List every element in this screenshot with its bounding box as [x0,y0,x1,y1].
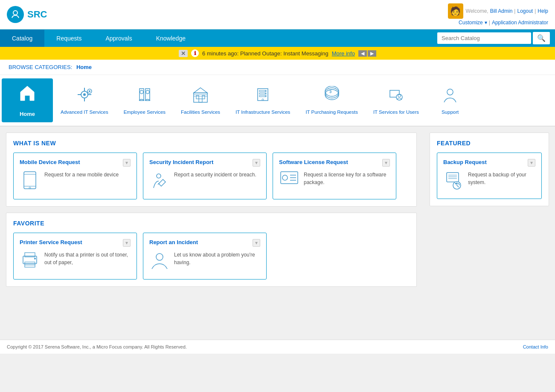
card-printer-title: Printer Service Request [20,239,82,245]
card-mobile-header: Mobile Device Request ▾ [20,159,131,167]
security-icon [149,171,170,193]
browse-label: BROWSE CATEGORIES: [9,64,72,70]
nav-tabs: Catalog Requests Approvals Knowledge [0,30,432,47]
category-facilities[interactable]: Facilities Services [173,82,228,119]
category-users[interactable]: IT Services for Users [366,82,427,119]
category-infrastructure-label: IT Infrastructure Services [235,110,290,115]
alert-icon: ℹ [191,49,199,57]
featured-card-backup[interactable]: Backup Request ▾ [437,153,542,199]
card-incident-dropdown[interactable]: ▾ [253,239,260,247]
svg-rect-50 [25,262,35,267]
browse-bar: BROWSE CATEGORIES: Home [0,60,555,75]
user-bottom-row: Customize ▾ | Application Administrator [459,20,548,26]
alert-bar: ✕ ℹ 6 minutes ago: Planned Outage: Insta… [0,47,555,60]
card-mobile-device[interactable]: Mobile Device Request ▾ Reques [13,153,137,199]
browse-home-link[interactable]: Home [76,64,92,70]
category-purchasing[interactable]: $ IT Purchasing Requests [298,82,366,119]
alert-next-button[interactable]: ▶ [368,50,376,57]
svg-point-25 [265,91,266,92]
svg-rect-48 [23,256,37,264]
card-security-dropdown[interactable]: ▾ [253,159,260,167]
alert-close-button[interactable]: ✕ [179,50,188,57]
nav-tab-catalog[interactable]: Catalog [0,30,44,47]
footer-copyright: Copyright © 2017 Serena Software, Inc., … [7,344,187,349]
category-advanced-it[interactable]: Advanced IT Services [53,82,116,119]
nav-tab-approvals[interactable]: Approvals [93,30,144,47]
featured-card-dropdown[interactable]: ▾ [528,159,535,167]
category-advanced-it-label: Advanced IT Services [61,110,108,115]
card-mobile-desc: Request for a new mobile device [44,171,119,179]
svg-rect-55 [447,173,459,182]
category-employee-label: Employee Services [124,110,166,115]
card-incident-body: Let us know about a problem you're havin… [149,251,260,273]
card-report-incident[interactable]: Report an Incident ▾ Let us know about a… [143,233,267,280]
card-security-incident[interactable]: Security Incident Report ▾ Rep [143,153,267,199]
svg-point-12 [140,90,143,94]
svg-rect-18 [199,99,202,102]
logo-icon [7,6,24,23]
category-home-label: Home [20,111,35,117]
home-icon [18,84,37,107]
svg-rect-17 [202,95,205,99]
card-mobile-dropdown[interactable]: ▾ [123,159,131,167]
card-printer[interactable]: Printer Service Request ▾ [13,233,137,280]
svg-point-44 [282,175,288,180]
svg-point-13 [146,90,149,94]
users-icon [387,86,404,107]
user-top-row: 🧑 Welcome, Bill Admin | Logout | Help [448,3,548,19]
footer-contact-link[interactable]: Contact Info [523,344,548,349]
favorite-cards: Printer Service Request ▾ [13,233,410,280]
help-link[interactable]: Help [538,8,548,14]
card-software-license[interactable]: Software License Request ▾ [273,153,396,199]
search-button[interactable]: 🔍 [533,32,550,44]
featured-card-body: Request a backup of your system. [443,171,535,193]
category-support-label: Support [442,110,459,115]
welcome-text: Welcome, [466,8,488,14]
license-icon [279,171,299,190]
logout-link[interactable]: Logout [517,8,533,14]
featured-card-desc: Request a backup of your system. [468,171,535,186]
employee-icon [136,86,153,107]
user-name-link[interactable]: Bill Admin [490,8,513,14]
app-admin-link[interactable]: Application Administrator [492,20,548,26]
category-users-label: IT Services for Users [373,110,419,115]
favorite-title: FAVORITE [13,220,410,227]
svg-marker-15 [194,88,207,93]
card-mobile-body: Request for a new mobile device [20,171,131,193]
alert-prev-button[interactable]: ◀ [358,50,367,57]
left-content: WHAT IS NEW Mobile Device Request ▾ [6,133,417,334]
card-incident-header: Report an Incident ▾ [149,239,260,247]
svg-point-41 [157,174,161,178]
category-home[interactable]: Home [2,78,53,122]
card-license-desc: Request a license key for a software pac… [304,171,390,186]
category-infrastructure[interactable]: IT Infrastructure Services [228,82,298,119]
featured-title: FEATURED [437,140,542,147]
nav-tab-requests[interactable]: Requests [44,30,93,47]
logo-area: SRC [7,6,47,23]
category-employee[interactable]: Employee Services [116,82,173,119]
category-support[interactable]: Support [427,82,474,119]
purchasing-icon: $ [323,86,340,107]
search-area: 🔍 [432,29,555,47]
customize-link[interactable]: Customize [459,20,483,26]
card-printer-desc: Notify us that a printer is out of toner… [44,251,131,266]
what-is-new-title: WHAT IS NEW [13,140,410,147]
card-license-body: Request a license key for a software pac… [279,171,390,190]
nav-tab-knowledge[interactable]: Knowledge [144,30,198,47]
card-security-title: Security Incident Report [149,159,213,165]
svg-point-3 [83,93,86,96]
user-avatar: 🧑 [448,3,463,19]
card-license-dropdown[interactable]: ▾ [382,159,390,167]
card-mobile-title: Mobile Device Request [20,159,80,165]
more-info-link[interactable]: More info [332,50,355,57]
support-icon [442,86,459,107]
search-input[interactable] [437,32,531,44]
card-printer-dropdown[interactable]: ▾ [123,239,131,247]
svg-point-26 [265,93,266,94]
footer: Copyright © 2017 Serena Software, Inc., … [0,340,555,354]
featured-card-title: Backup Request [443,159,487,167]
header: SRC 🧑 Welcome, Bill Admin | Logout | Hel… [0,0,555,29]
card-incident-desc: Let us know about a problem you're havin… [174,251,260,266]
main-content: WHAT IS NEW Mobile Device Request ▾ [0,127,555,340]
navigation-bar: Catalog Requests Approvals Knowledge 🔍 [0,29,555,47]
